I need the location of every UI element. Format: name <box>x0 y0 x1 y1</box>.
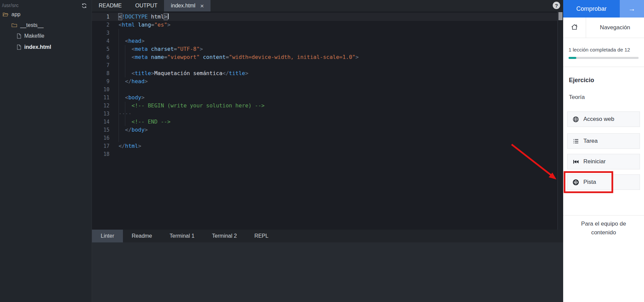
panel-tab-linter[interactable]: Linter <box>92 230 123 242</box>
line-content: <!-- END --> <box>109 118 170 126</box>
acceso-web-button[interactable]: Acceso web <box>567 111 640 127</box>
reiniciar-button[interactable]: Reiniciar <box>567 154 640 169</box>
app-window: /usr/src app__tests__Makefileindex.html … <box>0 0 644 302</box>
line-number: 10 <box>92 86 109 94</box>
nav-title: Navegación <box>586 18 644 38</box>
code-line-14[interactable]: 14 <!-- END --> <box>92 118 557 126</box>
tree-item-label: __tests__ <box>20 22 43 28</box>
check-arrow-button[interactable]: → <box>620 0 644 18</box>
tab-label: README <box>99 3 122 9</box>
editor-tab-index-html[interactable]: index.html× <box>164 0 211 11</box>
scrollbar-thumb[interactable] <box>558 12 562 20</box>
code-line-1[interactable]: 1<!DOCTYPE html> <box>92 13 557 21</box>
code-line-16[interactable]: 16 <box>92 134 557 142</box>
code-line-10[interactable]: 10 <box>92 86 557 94</box>
editor-area: READMEOUTPUTindex.html× ? 1<!DOCTYPE htm… <box>92 0 563 302</box>
panel-tab-readme[interactable]: Readme <box>123 230 161 242</box>
editor-tabbar: READMEOUTPUTindex.html× <box>92 0 563 11</box>
editor-tab-readme[interactable]: README <box>92 0 128 11</box>
bottom-panel-content <box>92 242 563 302</box>
code-line-12[interactable]: 12 <!-- BEGIN (write your solution here)… <box>92 102 557 110</box>
line-content: <head> <box>109 37 144 45</box>
action-label: Tarea <box>583 138 598 144</box>
progress-bar <box>569 57 639 59</box>
panel-tab-terminal-2[interactable]: Terminal 2 <box>203 230 246 242</box>
bottom-panel-tabbar: LinterReadmeTerminal 1Terminal 2REPL <box>92 230 563 242</box>
lesson-panel: Comprobar → Navegación 1 lección complet… <box>563 0 644 302</box>
code-line-7[interactable]: 7 <box>92 61 557 69</box>
arrow-right-icon: → <box>629 5 636 13</box>
line-number: 11 <box>92 94 109 102</box>
globe-icon <box>573 116 579 123</box>
code-line-3[interactable]: 3 <box>92 29 557 37</box>
code-line-4[interactable]: 4 <head> <box>92 37 557 45</box>
file-explorer-sidebar: /usr/src app__tests__Makefileindex.html <box>0 0 92 302</box>
text-cursor <box>168 13 169 19</box>
line-number: 13 <box>92 110 109 118</box>
close-icon[interactable]: × <box>200 3 204 9</box>
line-content: <body> <box>109 94 144 102</box>
line-content <box>109 134 119 142</box>
pista-button[interactable]: Pista <box>567 174 640 190</box>
refresh-icon[interactable] <box>81 3 88 9</box>
editor-scrollbar[interactable] <box>557 11 563 230</box>
progress-text: 1 lección completada de 12 <box>569 47 639 53</box>
tarea-button[interactable]: Tarea <box>567 133 640 149</box>
home-button[interactable] <box>563 18 586 38</box>
help-icon[interactable]: ? <box>553 2 560 9</box>
progress-section: 1 lección completada de 12 <box>563 38 644 67</box>
line-content: ···· <box>109 110 132 118</box>
line-number: 15 <box>92 126 109 134</box>
tree-item-label: app <box>11 11 21 18</box>
home-icon <box>571 23 578 32</box>
line-number: 3 <box>92 29 109 37</box>
tab-label: index.html <box>171 3 195 9</box>
code-line-9[interactable]: 9 </head> <box>92 77 557 86</box>
line-content: <html lang="es"> <box>109 21 170 29</box>
rewind-icon <box>573 159 579 165</box>
tab-label: OUTPUT <box>135 3 157 9</box>
code-line-5[interactable]: 5 <meta charset="UTF-8"> <box>92 45 557 53</box>
panel-tab-repl[interactable]: REPL <box>246 230 277 242</box>
panel-tab-terminal-1[interactable]: Terminal 1 <box>161 230 203 242</box>
line-number: 12 <box>92 102 109 110</box>
check-button[interactable]: Comprobar <box>563 0 620 18</box>
folder-icon <box>11 23 17 28</box>
line-number: 8 <box>92 69 109 77</box>
line-content: </body> <box>109 126 148 134</box>
action-label: Reiniciar <box>583 158 606 165</box>
theory-link[interactable]: Teoría <box>569 94 585 101</box>
tree-item-makefile[interactable]: Makefile <box>17 32 44 40</box>
line-number: 1 <box>92 13 109 21</box>
code-lines[interactable]: 1<!DOCTYPE html>2<html lang="es">34 <hea… <box>92 11 557 230</box>
tree-item-tests[interactable]: __tests__ <box>11 21 43 29</box>
content-team-footer: Para el equipo de contenido <box>563 215 644 237</box>
action-label: Acceso web <box>583 116 614 123</box>
code-line-17[interactable]: 17</html> <box>92 142 557 150</box>
line-content <box>109 29 119 37</box>
code-line-13[interactable]: 13···· <box>92 110 557 118</box>
tree-item-index-html[interactable]: index.html <box>17 43 51 51</box>
line-content: <!DOCTYPE html> <box>109 13 169 21</box>
exercise-heading: Ejercicio <box>569 77 594 84</box>
line-content: </head> <box>109 77 148 86</box>
code-editor[interactable]: 1<!DOCTYPE html>2<html lang="es">34 <hea… <box>92 11 563 230</box>
line-content <box>109 61 119 69</box>
editor-tab-output[interactable]: OUTPUT <box>128 0 164 11</box>
lifebuoy-icon <box>573 179 579 186</box>
file-icon <box>17 44 21 50</box>
tree-item-app[interactable]: app <box>3 10 21 19</box>
code-line-15[interactable]: 15 </body> <box>92 126 557 134</box>
code-line-18[interactable]: 18 <box>92 150 557 158</box>
action-label: Pista <box>583 179 596 186</box>
code-line-6[interactable]: 6 <meta name="viewport" content="width=d… <box>92 53 557 61</box>
code-line-8[interactable]: 8 <title>Maquetación semántica</title> <box>92 69 557 77</box>
line-number: 2 <box>92 21 109 29</box>
line-content <box>109 86 119 94</box>
line-content: <meta name="viewport" content="width=dev… <box>109 53 359 61</box>
code-line-2[interactable]: 2<html lang="es"> <box>92 21 557 29</box>
code-line-11[interactable]: 11 <body> <box>92 94 557 102</box>
folder-open-icon <box>3 12 8 17</box>
line-content: <!-- BEGIN (write your solution here) --… <box>109 102 264 110</box>
line-number: 6 <box>92 53 109 61</box>
